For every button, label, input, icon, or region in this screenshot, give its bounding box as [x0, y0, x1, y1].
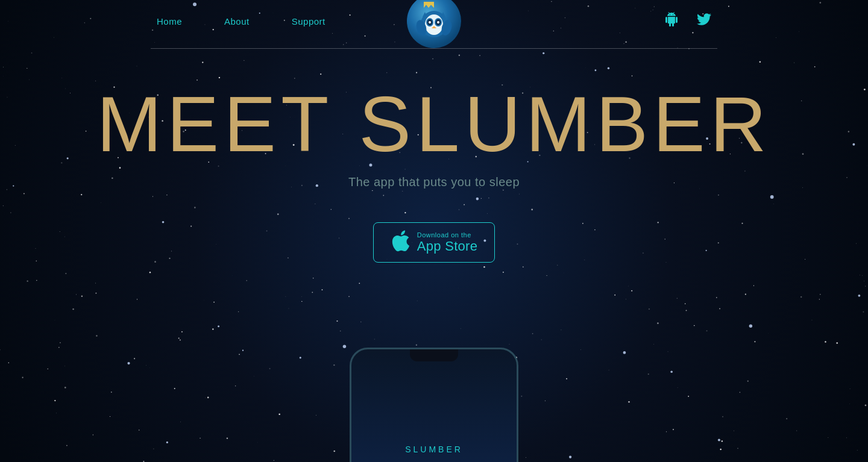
page-content: Home About Support — [0, 0, 868, 462]
android-icon[interactable] — [664, 12, 679, 30]
app-store-line2: App Store — [417, 239, 478, 254]
hero-title: MEET SLUMBER — [96, 85, 771, 163]
nav-right — [664, 12, 711, 30]
app-logo[interactable] — [407, 0, 461, 48]
nav-home[interactable]: Home — [157, 16, 182, 27]
nav-about[interactable]: About — [224, 16, 250, 27]
twitter-icon[interactable] — [697, 12, 711, 30]
nav-support[interactable]: Support — [292, 16, 326, 27]
phone-screen: SLUMBER — [350, 348, 518, 462]
nav-left: Home About Support — [157, 16, 326, 27]
svg-point-8 — [437, 21, 439, 23]
app-store-line1: Download on the — [417, 231, 471, 239]
app-store-text: Download on the App Store — [417, 231, 478, 254]
apple-icon — [391, 230, 410, 255]
logo-container — [407, 0, 461, 48]
navbar: Home About Support — [0, 0, 868, 42]
svg-point-5 — [429, 21, 431, 23]
hero-subtitle: The app that puts you to sleep — [348, 175, 520, 189]
app-store-button[interactable]: Download on the App Store — [373, 222, 495, 263]
svg-marker-0 — [424, 2, 434, 8]
phone-mockup: SLUMBER — [350, 348, 518, 462]
phone-notch — [410, 349, 458, 361]
owl-logo-svg — [413, 0, 455, 42]
phone-label: SLUMBER — [351, 445, 517, 454]
